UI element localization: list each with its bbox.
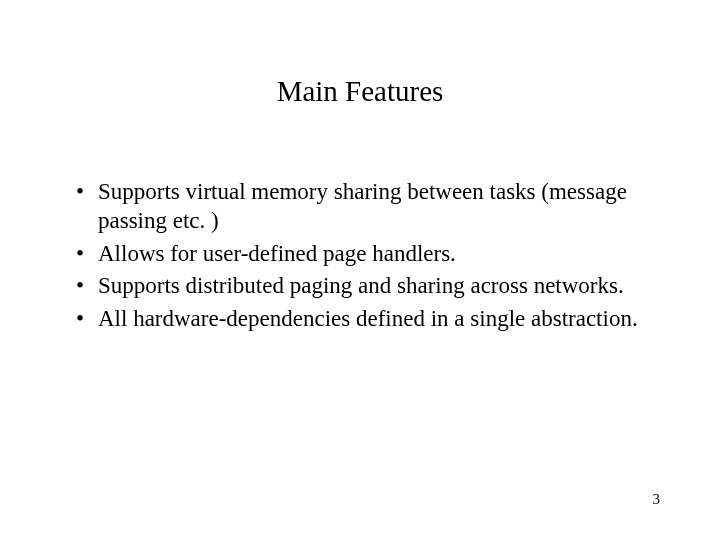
list-item: All hardware-dependencies defined in a s… [70, 305, 650, 334]
slide-title: Main Features [70, 75, 650, 108]
bullet-list: Supports virtual memory sharing between … [70, 178, 650, 334]
list-item: Supports virtual memory sharing between … [70, 178, 650, 236]
list-item: Allows for user-defined page handlers. [70, 240, 650, 269]
slide: Main Features Supports virtual memory sh… [0, 0, 720, 540]
list-item: Supports distributed paging and sharing … [70, 272, 650, 301]
page-number: 3 [653, 491, 661, 508]
